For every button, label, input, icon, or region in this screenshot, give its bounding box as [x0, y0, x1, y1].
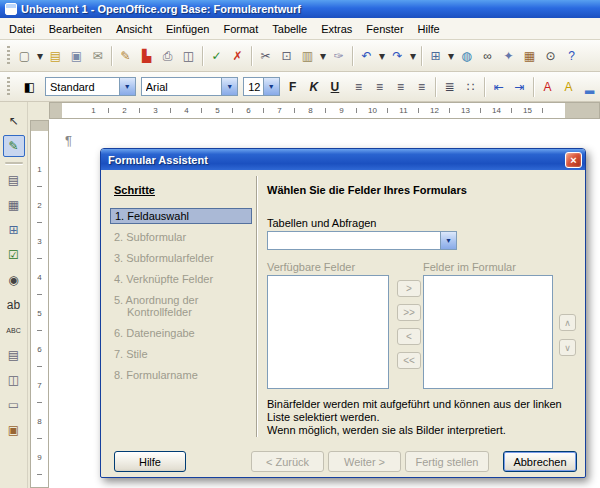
toolbar-gripper[interactable] — [7, 46, 10, 66]
copy-icon[interactable]: ⊡ — [276, 45, 297, 66]
move-left-button[interactable]: < — [397, 328, 421, 345]
email-icon[interactable]: ✉ — [87, 45, 108, 66]
titlebar[interactable]: Unbenannt 1 - OpenOffice.org Base: Formu… — [0, 0, 600, 18]
help-button[interactable]: Hilfe — [114, 451, 186, 472]
combo-box-icon[interactable]: ◫ — [3, 369, 25, 391]
step-verknuepfte-felder[interactable]: 4. Verknüpfte Felder — [110, 271, 252, 287]
print-icon[interactable]: ⎙ — [157, 45, 178, 66]
form-properties-icon[interactable]: ▦ — [3, 194, 25, 216]
find-icon[interactable]: ∞ — [477, 45, 498, 66]
chevron-down-icon[interactable]: ▼ — [440, 232, 456, 249]
export-pdf-icon[interactable]: ▙ — [136, 45, 157, 66]
hyperlink-icon[interactable]: ◍ — [456, 45, 477, 66]
menu-tabelle[interactable]: Tabelle — [265, 20, 314, 38]
move-all-right-button[interactable]: >> — [397, 304, 421, 321]
italic-button[interactable]: K — [306, 77, 322, 97]
step-subformular[interactable]: 2. Subformular — [110, 229, 252, 245]
save-icon[interactable]: ▣ — [66, 45, 87, 66]
paragraph-style-combobox[interactable]: Standard ▼ — [45, 77, 136, 96]
font-color-icon[interactable]: A — [537, 76, 558, 97]
bold-button[interactable]: F — [285, 77, 301, 97]
gallery-icon[interactable]: ▦ — [519, 45, 540, 66]
form-fields-list[interactable] — [423, 275, 553, 389]
control-properties-icon[interactable]: ▤ — [3, 169, 25, 191]
page-preview-icon[interactable]: ◫ — [178, 45, 199, 66]
chevron-down-icon[interactable]: ▼ — [221, 78, 237, 95]
undo-dropdown-icon[interactable]: ▾ — [377, 45, 387, 66]
redo-icon[interactable]: ↷ — [387, 45, 408, 66]
back-button[interactable]: < Zurück — [251, 451, 324, 472]
new-dropdown-icon[interactable]: ▾ — [35, 45, 45, 66]
paste-icon[interactable]: ▥ — [297, 45, 318, 66]
font-name-combobox[interactable]: Arial ▼ — [141, 77, 239, 96]
move-down-button[interactable]: ∨ — [559, 339, 576, 356]
redo-dropdown-icon[interactable]: ▾ — [408, 45, 418, 66]
select-icon[interactable]: ↖ — [3, 110, 25, 132]
menu-datei[interactable]: Datei — [2, 20, 42, 38]
edit-file-icon[interactable]: ✎ — [115, 45, 136, 66]
increase-indent-icon[interactable]: ⇥ — [509, 76, 530, 97]
cancel-button[interactable]: Abbrechen — [503, 451, 577, 472]
label-field-icon[interactable]: ABC — [3, 319, 25, 341]
finish-button[interactable]: Fertig stellen — [405, 451, 489, 472]
available-fields-list[interactable] — [267, 275, 389, 389]
align-justify-icon[interactable]: ≡ — [411, 76, 432, 97]
undo-icon[interactable]: ↶ — [356, 45, 377, 66]
new-document-icon[interactable]: ▢ — [14, 45, 35, 66]
menu-fenster[interactable]: Fenster — [359, 20, 410, 38]
open-icon[interactable]: ▤ — [45, 45, 66, 66]
push-button-icon[interactable]: ▭ — [3, 394, 25, 416]
text-box-icon[interactable]: ab — [3, 294, 25, 316]
menu-bearbeiten[interactable]: Bearbeiten — [42, 20, 109, 38]
cut-icon[interactable]: ✂ — [255, 45, 276, 66]
menu-hilfe[interactable]: Hilfe — [411, 20, 447, 38]
table-dropdown-icon[interactable]: ▾ — [446, 45, 456, 66]
menu-ansicht[interactable]: Ansicht — [109, 20, 159, 38]
align-left-icon[interactable]: ≡ — [348, 76, 369, 97]
decrease-indent-icon[interactable]: ⇤ — [488, 76, 509, 97]
menu-extras[interactable]: Extras — [314, 20, 359, 38]
navigator-icon[interactable]: ✦ — [498, 45, 519, 66]
list-box-icon[interactable]: ▤ — [3, 344, 25, 366]
font-size-combobox[interactable]: 12 ▼ — [243, 77, 280, 96]
underline-button[interactable]: U — [327, 77, 343, 97]
move-up-button[interactable]: ∧ — [559, 314, 576, 331]
image-control-icon[interactable]: ▣ — [3, 419, 25, 441]
ruler-number: 1 — [31, 151, 48, 187]
help-icon[interactable]: ? — [561, 45, 582, 66]
menu-format[interactable]: Format — [216, 20, 265, 38]
step-subformularfelder[interactable]: 3. Subformularfelder — [110, 250, 252, 266]
checkbox-control-icon[interactable]: ☑ — [3, 244, 25, 266]
zoom-icon[interactable]: ⊙ — [540, 45, 561, 66]
dialog-titlebar[interactable]: Formular Assistent × — [101, 149, 585, 170]
paste-dropdown-icon[interactable]: ▾ — [318, 45, 328, 66]
format-paintbrush-icon[interactable]: ✑ — [328, 45, 349, 66]
step-formularname[interactable]: 8. Formularname — [110, 367, 252, 383]
step-feldauswahl[interactable]: 1. Feldauswahl — [110, 208, 252, 224]
highlighting-icon[interactable]: A — [558, 76, 579, 97]
bullets-icon[interactable]: ∷ — [460, 76, 481, 97]
step-dateneingabe[interactable]: 6. Dateneingabe — [110, 325, 252, 341]
align-right-icon[interactable]: ≡ — [390, 76, 411, 97]
tables-combobox[interactable]: ▼ — [267, 231, 457, 250]
option-button-icon[interactable]: ◉ — [3, 269, 25, 291]
toolbar-gripper[interactable] — [7, 77, 10, 97]
design-mode-icon[interactable]: ✎ — [3, 135, 25, 157]
auto-spellcheck-icon[interactable]: ✗ — [227, 45, 248, 66]
background-color-icon[interactable]: ▂ — [579, 76, 600, 97]
chevron-down-icon[interactable]: ▼ — [119, 78, 135, 95]
styles-window-icon[interactable]: ◧ — [19, 76, 40, 97]
next-button[interactable]: Weiter > — [328, 451, 401, 472]
form-navigator-icon[interactable]: ⊞ — [3, 219, 25, 241]
step-stile[interactable]: 7. Stile — [110, 346, 252, 362]
spellcheck-icon[interactable]: ✓ — [206, 45, 227, 66]
move-all-left-button[interactable]: << — [397, 352, 421, 369]
chevron-down-icon[interactable]: ▼ — [263, 78, 279, 95]
close-button[interactable]: × — [565, 152, 582, 168]
move-right-button[interactable]: > — [397, 280, 421, 297]
align-center-icon[interactable]: ≡ — [369, 76, 390, 97]
numbering-icon[interactable]: ≣ — [439, 76, 460, 97]
menu-einfuegen[interactable]: Einfügen — [159, 20, 216, 38]
step-anordnung[interactable]: 5. Anordnung der Kontrollfelder — [110, 292, 252, 320]
insert-table-icon[interactable]: ⊞ — [425, 45, 446, 66]
